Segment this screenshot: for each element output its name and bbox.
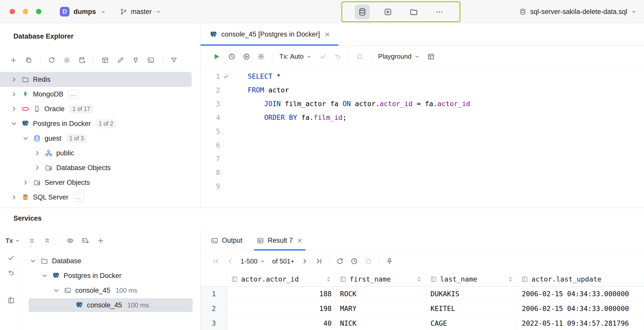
- run-profile-icon[interactable]: [243, 53, 250, 60]
- cell-first-name[interactable]: MARY: [336, 301, 426, 316]
- code-line-3[interactable]: JOIN film_actor fa ON actor.actor_id = f…: [239, 97, 644, 111]
- history-icon[interactable]: [228, 53, 236, 60]
- column-header-first-name[interactable]: first_name: [336, 272, 426, 286]
- run-file-widget[interactable]: sql-server-sakila-delete-data.sql: [519, 0, 637, 23]
- cell-actor-last-update[interactable]: 2022-05-11 09:34:57.281796: [518, 316, 644, 330]
- explorer-item-redis-0[interactable]: Redis: [0, 72, 200, 87]
- sql-editor[interactable]: 123456789 SELECT *FROM actor JOIN film_a…: [201, 68, 644, 208]
- explorer-item-oracle-2[interactable]: Oracle1 of 17: [0, 102, 200, 116]
- sort-icon[interactable]: [416, 276, 423, 283]
- chevron-down-icon[interactable]: [22, 135, 29, 142]
- collapse-all-icon[interactable]: [43, 237, 51, 244]
- chevron-right-icon[interactable]: [10, 193, 18, 201]
- chevron-down-icon[interactable]: [29, 257, 37, 265]
- commit-icon[interactable]: [7, 254, 15, 262]
- chevron-right-icon[interactable]: [10, 76, 18, 83]
- column-header-last-name[interactable]: last_name: [426, 272, 518, 286]
- chevron-right-icon[interactable]: [10, 105, 18, 113]
- more-badge[interactable]: ...: [68, 90, 79, 98]
- column-header-actor-actor-id[interactable]: actor.actor_id: [227, 272, 336, 286]
- chevron-down-icon[interactable]: [10, 120, 18, 127]
- first-page-icon[interactable]: [212, 257, 220, 265]
- gear-icon[interactable]: [257, 53, 265, 60]
- expand-all-icon[interactable]: [28, 237, 36, 244]
- code-line-5[interactable]: [239, 124, 644, 138]
- pin-tab-icon[interactable]: [386, 257, 393, 265]
- close-tab-icon[interactable]: [296, 237, 303, 244]
- chevron-right-icon[interactable]: [10, 90, 18, 98]
- cell-first-name[interactable]: NICK: [336, 316, 426, 330]
- editor-code[interactable]: SELECT *FROM actor JOIN film_actor fa ON…: [239, 70, 644, 208]
- code-line-6[interactable]: [239, 138, 644, 152]
- more-badge[interactable]: ...: [73, 193, 84, 202]
- services-item-console-45-2[interactable]: console_45100 ms: [23, 283, 200, 298]
- edit-icon[interactable]: [117, 56, 124, 64]
- code-line-2[interactable]: FROM actor: [239, 83, 644, 97]
- cell-actor-last-update[interactable]: 2006-02-15 04:34:33.000000: [518, 287, 644, 301]
- db-goto-icon[interactable]: [78, 56, 86, 64]
- sort-icon[interactable]: [325, 276, 332, 283]
- vcs-branch-widget[interactable]: master: [120, 0, 162, 23]
- table-view-icon[interactable]: [427, 53, 435, 60]
- settings-icon[interactable]: [63, 56, 71, 64]
- column-header-actor-last-update[interactable]: actor.last_update: [518, 272, 644, 286]
- cell-last-name[interactable]: KEITEL: [426, 301, 518, 316]
- chevron-down-icon[interactable]: [41, 272, 48, 279]
- header-button-run-window[interactable]: [381, 5, 395, 19]
- header-button-folder[interactable]: [406, 5, 421, 19]
- row-number-cell[interactable]: 3: [201, 316, 227, 330]
- stop-icon[interactable]: [365, 257, 372, 265]
- plus-icon[interactable]: [10, 56, 17, 64]
- cell-last-name[interactable]: DUKAKIS: [426, 287, 518, 301]
- tab-output[interactable]: Output: [211, 231, 242, 250]
- explorer-item-postgres-in-docker-3[interactable]: Postgres in Docker1 of 2: [0, 116, 200, 131]
- explorer-item-public-5[interactable]: public: [0, 146, 200, 160]
- chevron-right-icon[interactable]: [22, 179, 29, 186]
- row-number-cell[interactable]: 2: [201, 301, 227, 316]
- filter-icon[interactable]: [170, 56, 178, 64]
- copy-icon[interactable]: [25, 56, 32, 64]
- explorer-item-mongodb-1[interactable]: MongoDB...: [0, 87, 200, 102]
- close-window-button[interactable]: [10, 9, 15, 14]
- services-item-postgres-in-docker-1[interactable]: Postgres in Docker: [23, 268, 200, 283]
- row-number-cell[interactable]: 1: [201, 287, 227, 301]
- sort-icon[interactable]: [507, 276, 514, 283]
- playground-dropdown[interactable]: Playground: [378, 53, 420, 60]
- commit-icon[interactable]: [319, 53, 327, 60]
- table-icon[interactable]: [101, 56, 109, 64]
- chevron-down-icon[interactable]: [52, 287, 60, 294]
- stop-icon[interactable]: [356, 53, 364, 60]
- header-button-more[interactable]: [432, 5, 447, 19]
- sync-icon[interactable]: [48, 56, 56, 64]
- previous-page-icon[interactable]: [226, 257, 234, 265]
- code-line-8[interactable]: [239, 166, 644, 179]
- refresh-icon[interactable]: [336, 257, 344, 265]
- minimize-window-button[interactable]: [23, 9, 28, 14]
- rollback-icon[interactable]: [7, 269, 15, 276]
- cell-first-name[interactable]: ROCK: [336, 287, 426, 301]
- rollback-icon[interactable]: [334, 53, 342, 60]
- chevron-right-icon[interactable]: [33, 149, 41, 157]
- last-page-icon[interactable]: [315, 257, 323, 265]
- new-console-icon[interactable]: [82, 237, 89, 244]
- preview-icon[interactable]: [66, 237, 74, 244]
- code-line-9[interactable]: [239, 179, 644, 193]
- unplug-icon[interactable]: [132, 56, 139, 64]
- code-line-1[interactable]: SELECT *: [239, 70, 644, 83]
- console-icon[interactable]: [147, 56, 155, 64]
- add-service-icon[interactable]: [97, 237, 104, 244]
- cell-actor-last-update[interactable]: 2006-02-15 04:34:33.000000: [518, 301, 644, 316]
- cell-actor-actor-id[interactable]: 188: [227, 287, 336, 301]
- explorer-item-database-objects-6[interactable]: Database Objects: [0, 160, 200, 175]
- tab-result[interactable]: Result 7: [257, 231, 303, 250]
- close-tab-icon[interactable]: [324, 31, 331, 38]
- explorer-item-sql-server-8[interactable]: SQL Server...: [0, 190, 200, 205]
- services-item-console-45-3[interactable]: console_45100 ms: [23, 298, 200, 312]
- explorer-item-server-objects-7[interactable]: Server Objects: [0, 175, 200, 190]
- services-item-database-0[interactable]: Database: [23, 254, 200, 268]
- cell-actor-actor-id[interactable]: 198: [227, 301, 336, 316]
- services-tx-dropdown[interactable]: Tx: [6, 237, 21, 244]
- code-line-4[interactable]: ORDER BY fa.film_id;: [239, 111, 644, 124]
- page-size-dropdown[interactable]: 1-500: [241, 257, 266, 265]
- editor-tab-console45[interactable]: console_45 [Postgres in Docker]: [201, 23, 338, 45]
